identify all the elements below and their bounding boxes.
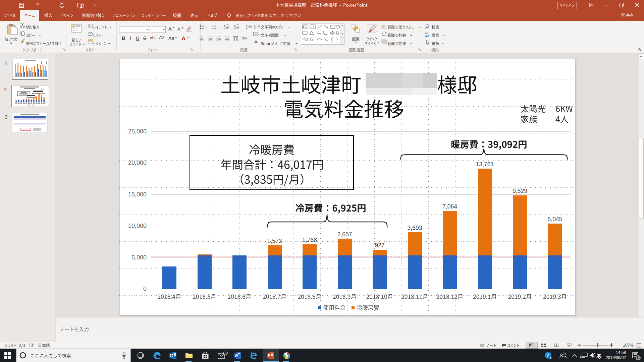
svg-text:P: P [268,354,270,358]
svg-text:?: ? [546,353,549,358]
svg-text:W: W [235,354,238,358]
svg-text:ac: ac [426,34,429,38]
